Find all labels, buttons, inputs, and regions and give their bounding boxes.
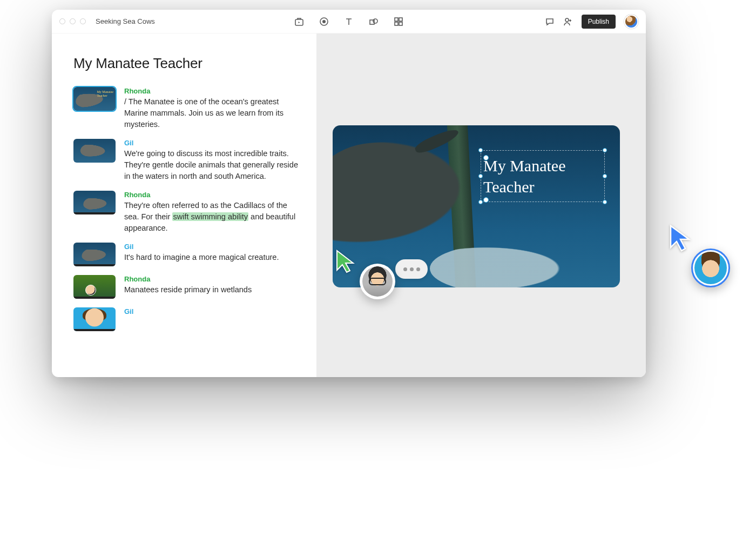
svg-point-2 — [322, 20, 326, 23]
current-user-avatar[interactable] — [624, 15, 638, 29]
overlay-title-text[interactable]: My Manatee Teacher — [483, 155, 602, 197]
highlighted-text[interactable]: swift swimming ability — [172, 212, 248, 221]
speaker-label: Gil — [124, 243, 301, 251]
segment-text[interactable]: They're often referred to as the Cadilla… — [124, 200, 301, 234]
segment[interactable]: My Manatee Teacher Rhonda / The Manatee … — [73, 87, 301, 130]
maximize-window-button[interactable] — [80, 18, 86, 24]
segment-text[interactable]: Manatees reside primary in wetlands — [124, 284, 301, 296]
segment-thumbnail[interactable] — [73, 191, 116, 214]
svg-rect-6 — [399, 18, 402, 21]
layout-grid-icon[interactable] — [394, 17, 403, 26]
close-window-button[interactable] — [59, 18, 65, 24]
segment[interactable]: Gil — [73, 307, 301, 331]
collaborator-cursor-gil — [669, 224, 691, 254]
record-icon[interactable] — [319, 17, 329, 26]
center-toolbar — [294, 17, 403, 26]
thumbnail-title-overlay: My Manatee Teacher — [97, 90, 114, 97]
avatar-face — [362, 266, 393, 297]
resize-handle[interactable] — [478, 174, 483, 178]
svg-rect-8 — [399, 22, 402, 25]
segment[interactable]: Rhonda They're often referred to as the … — [73, 191, 301, 234]
speaker-label: Rhonda — [124, 191, 301, 199]
segment-thumbnail[interactable]: My Manatee Teacher — [73, 87, 116, 111]
comments-icon[interactable] — [545, 17, 555, 26]
window-controls — [59, 18, 86, 24]
segment-text[interactable]: / The Manatee is one of the ocean's grea… — [124, 96, 301, 130]
resize-handle[interactable] — [478, 200, 483, 204]
resize-handle[interactable] — [603, 200, 607, 204]
scene-baby-manatee — [430, 244, 570, 287]
page-title: My Manatee Teacher — [73, 55, 301, 72]
speaker-label: Rhonda — [124, 87, 301, 95]
svg-point-9 — [565, 18, 569, 22]
minimize-window-button[interactable] — [70, 18, 76, 24]
segment[interactable]: Rhonda Manatees reside primary in wetlan… — [73, 275, 301, 299]
segment-thumbnail[interactable] — [73, 139, 116, 163]
avatar-face — [694, 252, 727, 284]
publish-button[interactable]: Publish — [582, 15, 616, 29]
svg-rect-5 — [395, 18, 398, 21]
speaker-label: Gil — [124, 139, 301, 147]
app-window: Seeking Sea Cows — [52, 10, 646, 377]
segment-text[interactable]: We're going to discuss its most incredib… — [124, 148, 301, 182]
document-title: Seeking Sea Cows — [96, 17, 155, 25]
segment[interactable]: Gil It's hard to imagine a more magical … — [73, 243, 301, 266]
content-split: My Manatee Teacher My Manatee Teacher Rh… — [52, 33, 646, 377]
right-toolbar: Publish — [545, 15, 638, 29]
speaker-label: Rhonda — [124, 275, 301, 283]
transcript-pane: My Manatee Teacher My Manatee Teacher Rh… — [52, 33, 316, 377]
segment-thumbnail[interactable] — [73, 307, 116, 331]
collaborator-avatar-rhonda[interactable] — [360, 264, 395, 299]
speaker-label: Gil — [124, 307, 301, 316]
canvas-pane[interactable]: My Manatee Teacher — [316, 33, 646, 377]
title-text-box[interactable]: My Manatee Teacher — [481, 150, 605, 202]
video-preview[interactable]: My Manatee Teacher — [333, 125, 620, 287]
resize-handle[interactable] — [478, 148, 483, 152]
segment-thumbnail[interactable] — [73, 275, 116, 299]
media-library-icon[interactable] — [294, 17, 304, 26]
segment[interactable]: Gil We're going to discuss its most incr… — [73, 139, 301, 182]
shapes-icon[interactable] — [369, 17, 379, 26]
segment-thumbnail[interactable] — [73, 243, 116, 266]
titlebar: Seeking Sea Cows — [52, 10, 646, 33]
svg-rect-7 — [395, 22, 398, 25]
add-collaborator-icon[interactable] — [563, 17, 573, 26]
collaborator-avatar-gil[interactable] — [691, 249, 730, 287]
resize-handle[interactable] — [603, 148, 607, 152]
typing-indicator — [395, 259, 428, 279]
segment-text[interactable]: It's hard to imagine a more magical crea… — [124, 252, 301, 263]
segment-list: My Manatee Teacher Rhonda / The Manatee … — [73, 87, 301, 331]
resize-handle[interactable] — [603, 174, 607, 178]
text-icon[interactable] — [344, 17, 354, 26]
